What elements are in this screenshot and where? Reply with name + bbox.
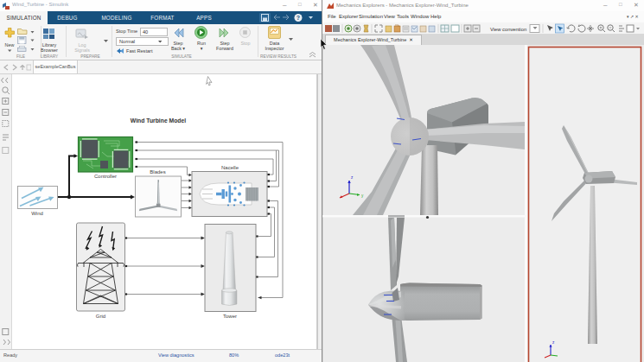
svg-text:Grid: Grid [96, 314, 105, 319]
svg-text:Nacelle: Nacelle [221, 165, 239, 170]
svg-text:Wind: Wind [31, 211, 43, 216]
svg-text:New: New [5, 42, 15, 48]
svg-text:Wind Turbine Model: Wind Turbine Model [131, 117, 186, 124]
svg-text:Controller: Controller [94, 174, 117, 179]
svg-text:?: ? [296, 15, 300, 21]
svg-text:View convention: View convention [490, 27, 526, 32]
svg-text:Blades: Blades [150, 169, 165, 175]
svg-text:Tower: Tower [223, 314, 237, 319]
